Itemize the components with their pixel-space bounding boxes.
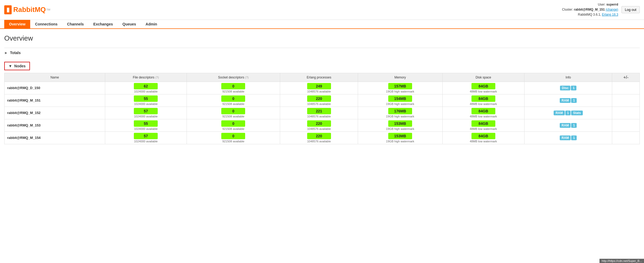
node-name-cell: rabbit@RMQ_M_154 <box>5 132 105 144</box>
badge-type[interactable]: RAM <box>554 111 564 115</box>
memory-cell: 157MB19GB high watermark <box>358 82 442 94</box>
memory-cell: 153MB19GB high watermark <box>358 132 442 144</box>
disk-cell: 84GB48MB low watermark <box>442 119 524 132</box>
badge-num[interactable]: 1 <box>571 123 577 128</box>
erlang-cell: 2491048576 available <box>280 82 358 94</box>
table-row: rabbit@RMQ_M_153551024000 available09215… <box>5 119 640 132</box>
badge-num[interactable]: 1 <box>571 135 577 140</box>
socket-desc-cell: 0921508 available <box>187 119 280 132</box>
info-cell: Disc1 <box>524 82 612 94</box>
col-erlang: Erlang processes <box>280 73 358 82</box>
badge-stats[interactable]: Stats <box>571 111 583 115</box>
nodes-section: ▼ Nodes Name File descriptors (?) Socket… <box>4 62 640 144</box>
disk-cell: 84GB48MB low watermark <box>442 132 524 144</box>
plus-minus-cell <box>612 82 640 94</box>
header: ▮ RabbitMQ™ User: superrd Cluster: rabbi… <box>0 0 644 20</box>
file-desc-help[interactable]: (?) <box>155 76 159 79</box>
socket-desc-cell: 0921508 available <box>187 82 280 94</box>
totals-arrow: ► <box>4 51 8 55</box>
info-cell: RAM1 <box>524 132 612 144</box>
plus-minus-cell <box>612 119 640 132</box>
socket-desc-cell: 0921508 available <box>187 132 280 144</box>
badge-type[interactable]: RAM <box>560 123 571 128</box>
node-name-cell: rabbit@RMQ_M_152 <box>5 107 105 119</box>
badge-num[interactable]: 1 <box>565 111 571 115</box>
memory-cell: 154MB19GB high watermark <box>358 94 442 107</box>
info-cell: RAM1Stats <box>524 107 612 119</box>
nodes-header[interactable]: ▼ Nodes <box>4 62 30 70</box>
node-name-cell: rabbit@RMQ_D_150 <box>5 82 105 94</box>
plus-minus-cell <box>612 107 640 119</box>
nav-exchanges[interactable]: Exchanges <box>89 20 118 28</box>
col-file-desc: File descriptors (?) <box>105 73 187 82</box>
table-row: rabbit@RMQ_M_152571024000 available09215… <box>5 107 640 119</box>
cluster-name: rabbit@RMQ_M_151 <box>574 8 605 11</box>
node-name-cell: rabbit@RMQ_M_151 <box>5 94 105 107</box>
version-info: RabbitMQ 3.6.1, Erlang 18.3 <box>578 13 618 16</box>
col-info: Info <box>524 73 612 82</box>
col-name: Name <box>5 73 105 82</box>
totals-section: ► Totals <box>4 48 640 58</box>
table-row: rabbit@RMQ_D_150621024000 available09215… <box>5 82 640 94</box>
badge-num[interactable]: 1 <box>571 98 577 103</box>
erlang-cell: 2201048576 available <box>280 132 358 144</box>
info-cell: RAM1 <box>524 119 612 132</box>
file-desc-cell: 551024000 available <box>105 119 187 132</box>
totals-label: Totals <box>10 51 21 55</box>
table-row: rabbit@RMQ_M_151551024000 available09215… <box>5 94 640 107</box>
disk-cell: 84GB48MB low watermark <box>442 94 524 107</box>
totals-header[interactable]: ► Totals <box>4 48 640 58</box>
col-disk: Disk space <box>442 73 524 82</box>
erlang-link[interactable]: Erlang 18.3 <box>602 13 618 16</box>
col-memory: Memory <box>358 73 442 82</box>
nodes-table: Name File descriptors (?) Socket descrip… <box>4 73 640 144</box>
socket-desc-cell: 0921508 available <box>187 94 280 107</box>
logo: ▮ RabbitMQ™ <box>4 5 51 14</box>
table-row: rabbit@RMQ_M_154571024000 available09215… <box>5 132 640 144</box>
badge-type[interactable]: RAM <box>560 98 571 103</box>
badge-type[interactable]: Disc <box>560 86 570 90</box>
main-content: Overview ► Totals ▼ Nodes Name File desc… <box>0 29 644 150</box>
memory-cell: 176MB19GB high watermark <box>358 107 442 119</box>
col-socket-desc: Socket descriptors (?) <box>187 73 280 82</box>
nav-overview[interactable]: Overview <box>4 20 30 28</box>
erlang-cell: 2201048576 available <box>280 119 358 132</box>
nav-queues[interactable]: Queues <box>118 20 141 28</box>
disk-cell: 84GB48MB low watermark <box>442 82 524 94</box>
memory-cell: 153MB19GB high watermark <box>358 119 442 132</box>
cluster-change-link[interactable]: (change) <box>606 8 618 11</box>
logo-text: RabbitMQ™ <box>13 6 51 14</box>
nav-admin[interactable]: Admin <box>141 20 162 28</box>
socket-desc-help[interactable]: (?) <box>245 76 249 79</box>
col-plus-minus[interactable]: +/- <box>612 73 640 82</box>
file-desc-cell: 621024000 available <box>105 82 187 94</box>
nodes-label: Nodes <box>14 64 26 68</box>
file-desc-cell: 551024000 available <box>105 94 187 107</box>
disk-cell: 84GB48MB low watermark <box>442 107 524 119</box>
erlang-cell: 2201048576 available <box>280 94 358 107</box>
logout-button[interactable]: Log out <box>621 6 640 13</box>
badge-type[interactable]: RAM <box>560 135 571 140</box>
file-desc-cell: 571024000 available <box>105 107 187 119</box>
cluster-label: Cluster: <box>562 8 573 11</box>
main-nav: Overview Connections Channels Exchanges … <box>0 20 644 29</box>
nodes-arrow: ▼ <box>8 64 12 68</box>
user-name: superrd <box>606 3 618 6</box>
page-title: Overview <box>4 34 640 42</box>
table-header-row: Name File descriptors (?) Socket descrip… <box>5 73 640 82</box>
user-label: User: <box>598 3 606 6</box>
nav-connections[interactable]: Connections <box>30 20 62 28</box>
socket-desc-cell: 0921508 available <box>187 107 280 119</box>
nodes-table-body: rabbit@RMQ_D_150621024000 available09215… <box>5 82 640 144</box>
info-cell: RAM1 <box>524 94 612 107</box>
plus-minus-cell <box>612 94 640 107</box>
nav-channels[interactable]: Channels <box>62 20 89 28</box>
logo-icon: ▮ <box>4 5 12 14</box>
badge-num[interactable]: 1 <box>571 86 576 90</box>
file-desc-cell: 571024000 available <box>105 132 187 144</box>
user-info: User: superrd Cluster: rabbit@RMQ_M_151 … <box>562 2 618 17</box>
node-name-cell: rabbit@RMQ_M_153 <box>5 119 105 132</box>
erlang-cell: 2211048576 available <box>280 107 358 119</box>
plus-minus-cell <box>612 132 640 144</box>
